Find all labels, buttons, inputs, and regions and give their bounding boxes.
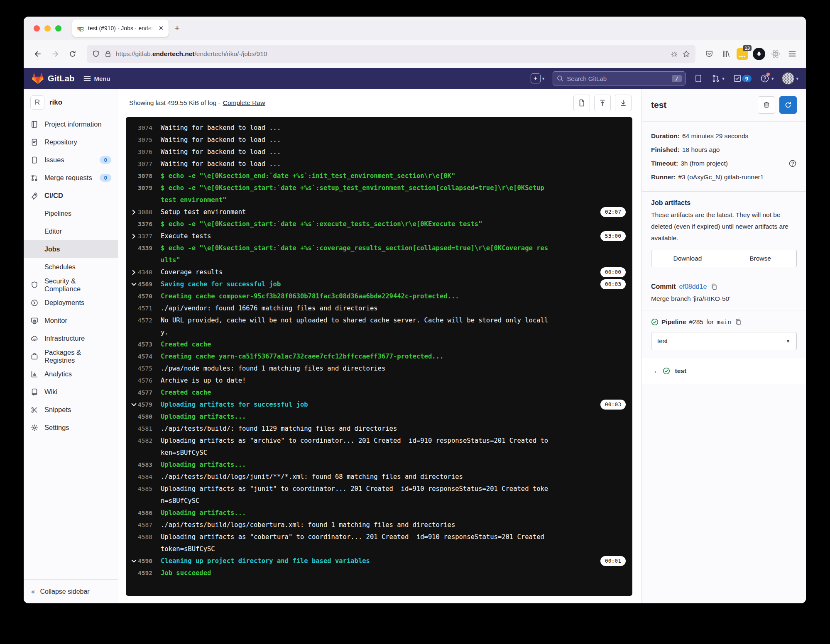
sidebar-item-ci-cd[interactable]: CI/CD [24, 187, 118, 205]
sidebar-item-wiki[interactable]: Wiki [24, 383, 118, 401]
close-window-button[interactable] [34, 25, 40, 32]
log-line-number[interactable]: 3376 [126, 218, 152, 230]
hamburger-menu-icon[interactable] [785, 47, 799, 61]
log-section-row[interactable]: 3377Execute tests53:00 [126, 230, 632, 242]
sidebar-item-jobs[interactable]: Jobs [24, 240, 118, 258]
scroll-bottom-button[interactable] [615, 95, 632, 111]
log-line-number[interactable]: 4573 [126, 339, 152, 351]
log-line-number[interactable]: 3076 [126, 146, 152, 158]
download-artifacts-button[interactable]: Download [651, 250, 724, 267]
retry-job-button[interactable] [779, 96, 797, 114]
sidebar-item-pipelines[interactable]: Pipelines [24, 205, 118, 222]
url-bar[interactable]: https://gitlab.endertech.net/endertech/r… [87, 45, 695, 63]
extension-icon[interactable]: ••• 13 [735, 47, 749, 61]
sidebar-item-infrastructure[interactable]: Infrastructure [24, 329, 118, 347]
complete-raw-link[interactable]: Complete Raw [223, 99, 265, 106]
log-line-number[interactable]: 4574 [126, 351, 152, 363]
help-icon[interactable] [788, 159, 797, 168]
tracking-shield-icon[interactable] [92, 50, 100, 58]
log-line-number[interactable]: 3080 [126, 206, 152, 218]
log-line-number[interactable]: 4592 [126, 567, 152, 579]
log-line-number[interactable]: 4571 [126, 302, 152, 315]
log-line-number[interactable]: 4572 [126, 315, 152, 327]
flame-devtool-icon[interactable] [752, 47, 766, 61]
log-line-number[interactable]: 4569 [126, 278, 152, 290]
menu-button[interactable]: Menu [83, 74, 110, 83]
sidebar-item-project-information[interactable]: Project information [24, 115, 118, 133]
tab-close-icon[interactable]: ✕ [157, 24, 164, 32]
log-line-number[interactable]: 4587 [126, 519, 152, 531]
library-icon[interactable] [719, 47, 733, 61]
sidebar-item-merge-requests[interactable]: Merge requests0 [24, 169, 118, 187]
browser-tab[interactable]: test (#910) · Jobs · endertech / r ✕ [72, 20, 169, 37]
log-line-number[interactable]: 4580 [126, 411, 152, 423]
log-line-number[interactable]: 4339 [126, 242, 152, 254]
issues-nav-icon[interactable] [694, 74, 703, 83]
log-line-number[interactable]: 4590 [126, 555, 152, 567]
browse-artifacts-button[interactable]: Browse [724, 250, 797, 267]
react-devtools-icon[interactable] [769, 47, 783, 61]
log-line-number[interactable]: 4340 [126, 266, 152, 278]
sidebar-item-deployments[interactable]: Deployments [24, 294, 118, 312]
pocket-icon[interactable] [702, 47, 716, 61]
log-line-number[interactable]: 3074 [126, 122, 152, 134]
commit-sha-link[interactable]: ef08dd1e [679, 283, 707, 290]
log-section-row[interactable]: 4569Saving cache for successful job00:03 [126, 278, 632, 290]
gitlab-logo[interactable]: GitLab [31, 72, 75, 85]
pipeline-number[interactable]: #285 [689, 318, 703, 326]
log-line-number[interactable]: 4575 [126, 363, 152, 375]
new-tab-button[interactable]: + [174, 23, 180, 34]
log-line-number[interactable]: 4582 [126, 435, 152, 447]
scroll-top-button[interactable] [594, 95, 611, 111]
pipeline-ref[interactable]: main [717, 319, 731, 325]
new-menu-button[interactable]: + ▾ [531, 73, 545, 83]
log-line-number[interactable]: 4586 [126, 507, 152, 519]
log-line-number[interactable]: 4577 [126, 387, 152, 399]
log-line-number[interactable]: 4588 [126, 531, 152, 543]
sidebar-item-schedules[interactable]: Schedules [24, 258, 118, 276]
pipeline-job-row[interactable]: → test [642, 358, 806, 384]
forward-icon[interactable] [48, 46, 63, 61]
copy-icon[interactable] [710, 283, 718, 291]
collapse-sidebar-button[interactable]: « Collapse sidebar [24, 579, 118, 603]
log-line-number[interactable]: 3377 [126, 230, 152, 242]
bookmark-star-icon[interactable] [682, 50, 690, 58]
sidebar-item-packages-registries[interactable]: Packages & Registries [24, 347, 118, 365]
minimize-window-button[interactable] [44, 25, 51, 32]
log-line-number[interactable]: 4576 [126, 375, 152, 387]
erase-job-log-button[interactable] [758, 96, 775, 114]
sidebar-item-repository[interactable]: Repository [24, 133, 118, 151]
log-section-row[interactable]: 3080Setup test environment02:07 [126, 206, 632, 218]
sidebar-item-editor[interactable]: Editor [24, 222, 118, 240]
merge-requests-nav-icon[interactable]: ▾ [711, 74, 725, 83]
debugger-icon[interactable] [670, 50, 678, 58]
log-section-row[interactable]: 4579Uploading artifacts for successful j… [126, 399, 632, 411]
sidebar-item-settings[interactable]: Settings [24, 419, 118, 437]
todos-nav-icon[interactable]: 9 [733, 74, 752, 83]
search-input[interactable] [567, 75, 669, 82]
help-nav-icon[interactable]: ▾ [760, 73, 774, 83]
user-menu[interactable]: ▾ [782, 72, 798, 85]
log-line-number[interactable]: 4581 [126, 423, 152, 435]
log-line-number[interactable]: 3077 [126, 158, 152, 170]
log-line-number[interactable]: 4583 [126, 459, 152, 471]
sidebar-item-security-compliance[interactable]: Security & Compliance [24, 276, 118, 294]
sidebar-item-monitor[interactable]: Monitor [24, 312, 118, 329]
copy-icon[interactable] [734, 318, 742, 326]
log-section-row[interactable]: 4340Coverage results00:00 [126, 266, 632, 278]
zoom-window-button[interactable] [55, 25, 61, 32]
back-icon[interactable] [30, 46, 45, 61]
window-controls[interactable] [34, 25, 61, 32]
log-line-number[interactable]: 4579 [126, 399, 152, 411]
log-line-number[interactable]: 3078 [126, 170, 152, 182]
sidebar-item-analytics[interactable]: Analytics [24, 365, 118, 383]
show-raw-button[interactable] [573, 95, 590, 111]
sidebar-item-issues[interactable]: Issues0 [24, 151, 118, 169]
log-line-number[interactable]: 4585 [126, 483, 152, 495]
reload-icon[interactable] [65, 46, 80, 61]
log-line-number[interactable]: 3075 [126, 134, 152, 146]
stage-dropdown[interactable]: test ▼ [651, 332, 797, 350]
log-section-row[interactable]: 4590Cleaning up project directory and fi… [126, 555, 632, 567]
global-search[interactable]: / [553, 71, 686, 85]
sidebar-item-snippets[interactable]: Snippets [24, 401, 118, 419]
